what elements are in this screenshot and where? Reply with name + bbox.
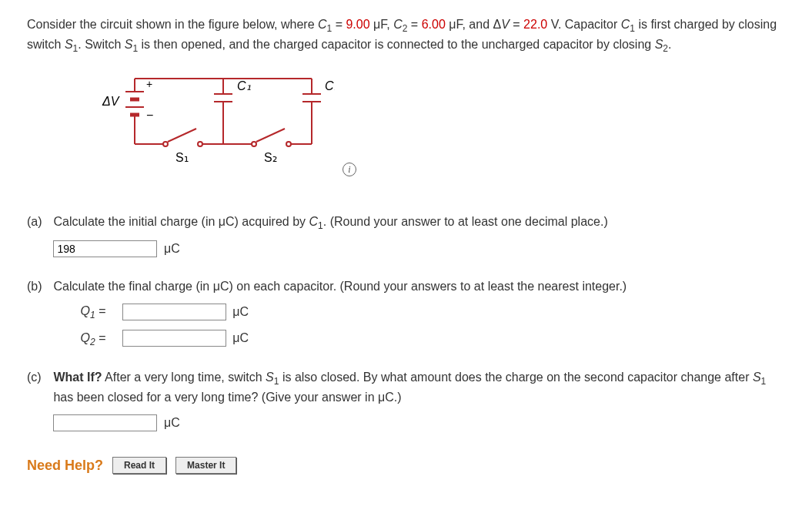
problem-statement: Consider the circuit shown in the figure… (27, 15, 785, 55)
part-a-unit: μC (164, 242, 180, 255)
q1-unit: μC (232, 305, 249, 318)
whatif-label: What If? (53, 371, 102, 384)
s1-symbol-2: S (125, 38, 133, 51)
dv-symbol: V (501, 18, 510, 31)
dv-figure-label: ΔV (102, 95, 120, 108)
q2-input[interactable] (122, 330, 226, 347)
part-a-label: (a) (27, 213, 50, 231)
c1-sub-2: 1 (630, 23, 635, 34)
q1-label: Q (80, 304, 89, 317)
c1-symbol: C (318, 18, 327, 31)
s2-sub: 2 (663, 43, 668, 54)
svg-point-16 (163, 142, 168, 146)
problem-text-1: Consider the circuit shown in the figure… (27, 18, 318, 31)
part-c-s1: S (266, 371, 274, 384)
svg-point-18 (198, 142, 202, 146)
info-icon[interactable]: i (343, 163, 356, 176)
c1-value: 9.00 (346, 18, 369, 31)
minus-label: − (146, 109, 153, 122)
svg-point-23 (286, 142, 291, 146)
part-c-q3: has been closed for a very long time? (G… (53, 391, 401, 404)
c2-figure-label: C₂ (325, 79, 335, 92)
q2-eq: = (95, 331, 106, 344)
c2-unit: μF, and Δ (446, 18, 501, 31)
s1-symbol: S (65, 38, 73, 51)
q1-input[interactable] (122, 304, 226, 320)
part-a: (a) Calculate the initial charge (in μC)… (27, 213, 785, 258)
c2-symbol: C (393, 18, 403, 31)
part-a-c1: C (309, 215, 319, 228)
c1-symbol-2: C (621, 18, 630, 31)
dv-unit: V. Capacitor (547, 18, 620, 31)
plus-label: + (146, 78, 152, 90)
part-c-q1: After a very long time, switch (102, 371, 266, 384)
c1-unit: μF, (370, 18, 394, 31)
eq3: = (510, 18, 523, 31)
q2-unit: μC (232, 331, 249, 344)
part-a-input[interactable] (53, 240, 157, 257)
circuit-svg: + − ΔV C₁ C₂ S₁ S₂ (89, 71, 335, 171)
need-help-section: Need Help? Read It Master It (27, 455, 785, 476)
part-a-question-1: Calculate the initial charge (in μC) acq… (53, 215, 309, 228)
part-c-unit: μC (164, 416, 180, 429)
part-a-c1-sub: 1 (318, 221, 323, 232)
problem-text-3: . Switch (78, 38, 124, 51)
part-c-label: (c) (27, 368, 50, 387)
part-c-q2: is also closed. By what amount does the … (279, 371, 752, 384)
c1-figure-label: C₁ (237, 79, 251, 92)
part-c-s1-2: S (753, 371, 761, 384)
c2-value: 6.00 (422, 18, 446, 31)
s2-symbol: S (655, 38, 663, 51)
q1-sub: 1 (90, 310, 95, 321)
q2-sub: 2 (90, 337, 95, 347)
q1-eq: = (95, 304, 106, 317)
need-help-label: Need Help? (27, 455, 103, 476)
dv-value: 22.0 (523, 18, 547, 31)
q2-label: Q (80, 331, 89, 344)
s2-figure-label: S₂ (264, 151, 277, 164)
master-it-button[interactable]: Master It (175, 457, 236, 474)
s1-figure-label: S₁ (175, 151, 189, 164)
part-b-label: (b) (27, 277, 50, 296)
part-a-question-2: . (Round your answer to at least one dec… (323, 215, 608, 228)
svg-point-21 (252, 142, 256, 146)
part-b: (b) Calculate the final charge (in μC) o… (27, 277, 785, 348)
circuit-figure: + − ΔV C₁ C₂ S₁ S₂ i (89, 71, 785, 190)
period: . (668, 38, 671, 51)
read-it-button[interactable]: Read It (112, 457, 166, 474)
part-c-input[interactable] (53, 414, 157, 431)
svg-line-17 (168, 129, 196, 142)
eq2: = (407, 18, 421, 31)
part-c-s1-sub-2: 1 (761, 376, 767, 387)
problem-text-4: is then opened, and the charged capacito… (138, 38, 655, 51)
part-c: (c) What If? After a very long time, swi… (27, 368, 785, 432)
eq1: = (332, 18, 346, 31)
part-b-question: Calculate the final charge (in μC) on ea… (53, 280, 627, 293)
svg-line-22 (256, 129, 285, 142)
